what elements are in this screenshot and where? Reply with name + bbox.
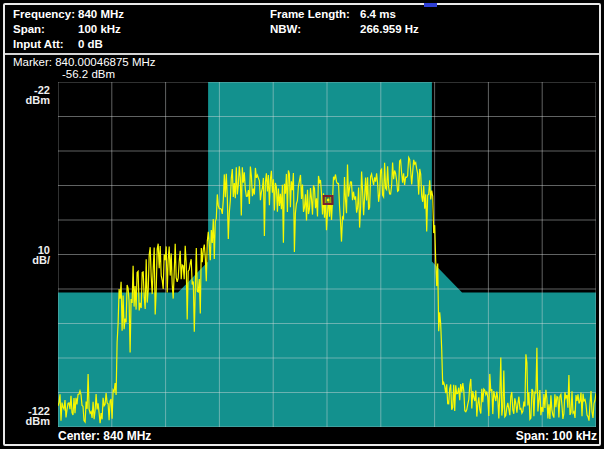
frequency-label: Frequency: [13, 7, 78, 22]
frame-length-value: 6.4 ms [360, 7, 396, 22]
input-att-label: Input Att: [13, 37, 78, 52]
frame-length-label: Frame Length: [270, 7, 360, 22]
footer-span: Span: 100 kHz [516, 429, 597, 443]
frame-length-field: Frame Length: 6.4 ms [270, 7, 419, 22]
nbw-value: 266.959 Hz [360, 22, 419, 37]
marker-level-line: -56.2 dBm [13, 68, 156, 80]
marker-label: Marker: [13, 56, 52, 68]
span-label: Span: [13, 22, 78, 37]
input-att-value: 0 dB [78, 37, 103, 52]
settings-header-right: Frame Length: 6.4 ms NBW: 266.959 Hz [270, 7, 419, 37]
marker-level-value: -56.2 dBm [62, 68, 115, 80]
y-axis-scale-label: 10 dB/ [0, 245, 50, 265]
footer-center-frequency: Center: 840 MHz [58, 429, 151, 443]
marker-frequency-line: Marker: 840.00046875 MHz [13, 56, 156, 68]
span-value: 100 kHz [78, 22, 121, 37]
marker-box [324, 196, 333, 204]
y-axis-ref-level-label: -22 dBm [0, 85, 50, 105]
spectrum-plot-canvas [58, 82, 596, 427]
marker-readout: Marker: 840.00046875 MHz -56.2 dBm [13, 56, 156, 80]
marker-frequency-value: 840.00046875 MHz [55, 56, 155, 68]
nbw-field: NBW: 266.959 Hz [270, 22, 419, 37]
y-axis-bottom-level-label: -122 dBm [0, 406, 50, 426]
frequency-value: 840 MHz [78, 7, 124, 22]
settings-header-left: Frequency: 840 MHz Span: 100 kHz Input A… [13, 7, 124, 52]
frequency-field: Frequency: 840 MHz [13, 7, 124, 22]
spectrum-analyzer-screen: Frequency: 840 MHz Span: 100 kHz Input A… [0, 0, 604, 449]
input-att-field: Input Att: 0 dB [13, 37, 124, 52]
nbw-label: NBW: [270, 22, 360, 37]
header-separator [5, 53, 599, 55]
span-field: Span: 100 kHz [13, 22, 124, 37]
top-accent-tick [424, 3, 437, 7]
